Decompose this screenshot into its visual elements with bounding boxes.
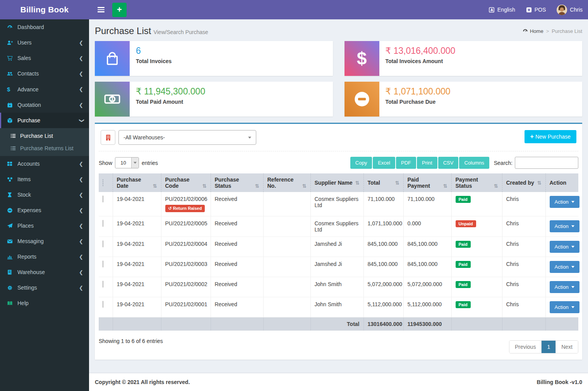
pdf-button[interactable]: PDF — [396, 157, 416, 169]
action-button[interactable]: Action — [550, 261, 579, 273]
sort-icon[interactable]: ⇅ — [202, 183, 207, 189]
card-label: Total Paid Amount — [136, 99, 205, 105]
sort-icon[interactable]: ⇅ — [355, 180, 360, 186]
sort-icon[interactable]: ⇅ — [255, 183, 259, 189]
cell-purchase-status: Received — [211, 192, 263, 216]
row-checkbox[interactable] — [103, 240, 103, 247]
sidebar-item-settings[interactable]: Settings❮ — [0, 280, 89, 295]
language-menu[interactable]: A English — [489, 7, 515, 13]
svg-text:1: 1 — [111, 96, 114, 102]
sidebar-item-stock[interactable]: Stock❮ — [0, 187, 89, 202]
table-footer-bar: Showing 1 to 6 of 6 entries Previous 1 N… — [99, 331, 578, 353]
page-1-button[interactable]: 1 — [541, 341, 555, 353]
previous-page-button[interactable]: Previous — [509, 341, 541, 353]
col-purchase-status[interactable]: Purchase Status⇅ — [211, 173, 263, 192]
col-purchase-date[interactable]: Purchase Date⇅ — [113, 173, 161, 192]
sidebar-item-expenses[interactable]: Expenses❮ — [0, 202, 89, 218]
sort-icon[interactable]: ⇅ — [302, 183, 307, 189]
cell-purchase-status: Received — [211, 257, 263, 277]
action-button[interactable]: Action — [550, 241, 579, 253]
cell-total: 5,072,000.000 — [363, 277, 403, 297]
col-created-by[interactable]: Created by⇅ — [502, 173, 545, 192]
warehouse-select[interactable]: -All Warehouses- — [118, 130, 256, 145]
row-checkbox[interactable] — [103, 301, 103, 308]
new-purchase-button[interactable]: +New Purchase — [525, 130, 576, 143]
sidebar-item-reports[interactable]: Reports❮ — [0, 249, 89, 264]
sidebar-item-warehouse[interactable]: Warehouse❮ — [0, 264, 89, 280]
cell-paid-payment: 71,100.000 — [403, 192, 451, 216]
username-label: Chris — [570, 7, 583, 13]
row-checkbox[interactable] — [103, 281, 103, 288]
sort-icon[interactable]: ⇅ — [395, 180, 399, 186]
col-reference-no[interactable]: Reference No.⇅ — [263, 173, 310, 192]
page-subtitle: View/Search Purchase — [153, 29, 208, 35]
table-row: 19-04-2021 PU/2021/02/0006 ↺ Return Rais… — [99, 192, 578, 216]
sidebar-item-messaging[interactable]: Messaging❮ — [0, 233, 89, 249]
cell-reference-no — [263, 192, 310, 216]
sort-icon[interactable]: ⇅ — [494, 183, 498, 189]
sidebar-item-advance[interactable]: $ Advance❮ — [0, 81, 89, 97]
row-checkbox[interactable] — [103, 261, 103, 268]
col-total[interactable]: Total⇅ — [363, 173, 403, 192]
sidebar-item-purchase-list[interactable]: Purchase List — [0, 130, 89, 142]
card-total-invoices: 6 Total Invoices — [95, 41, 333, 76]
select-all-checkbox[interactable] — [103, 179, 103, 186]
sidebar-toggle-icon[interactable] — [94, 0, 110, 19]
col-payment-status[interactable]: Payment Status⇅ — [451, 173, 502, 192]
excel-button[interactable]: Excel — [373, 157, 395, 169]
sidebar-item-dashboard[interactable]: Dashboard — [0, 19, 89, 35]
entries-label: entries — [142, 160, 158, 166]
action-button[interactable]: Action — [550, 281, 579, 293]
user-menu[interactable]: Chris — [557, 5, 583, 15]
csv-button[interactable]: CSV — [438, 157, 459, 169]
cell-purchase-code: PU/2021/02/0003 — [161, 257, 211, 277]
action-button[interactable]: Action — [550, 301, 579, 313]
sidebar-item-items[interactable]: Items❮ — [0, 171, 89, 187]
action-button[interactable]: Action — [550, 220, 579, 232]
cell-total: 5,112,000.000 — [363, 297, 403, 317]
table-row: 19-04-2021 PU/2021/02/0005 Received Cosm… — [99, 216, 578, 237]
sidebar-item-places[interactable]: Places❮ — [0, 218, 89, 233]
col-purchase-code[interactable]: Purchase Code⇅ — [161, 173, 211, 192]
col-paid-payment[interactable]: Paid Payment⇅ — [403, 173, 451, 192]
print-button[interactable]: Print — [417, 157, 437, 169]
sort-icon[interactable]: ⇅ — [537, 180, 542, 186]
card-value: ₹ 11,945,300.000 — [136, 86, 205, 97]
search-label: Search: — [494, 160, 513, 166]
sort-icon[interactable]: ⇅ — [153, 183, 157, 189]
cell-purchase-date: 19-04-2021 — [113, 257, 161, 277]
sidebar-item-accounts[interactable]: Accounts❮ — [0, 156, 89, 171]
row-checkbox[interactable] — [103, 220, 103, 227]
sidebar-item-help[interactable]: Help — [0, 295, 89, 311]
chevron-left-icon: ❮ — [79, 87, 83, 92]
sidebar-item-sales[interactable]: Sales❮ — [0, 50, 89, 66]
app-logo[interactable]: Billing Book — [0, 0, 89, 19]
copy-button[interactable]: Copy — [350, 157, 372, 169]
sidebar-item-users[interactable]: Users❮ — [0, 35, 89, 50]
card-value: ₹ 13,016,400.000 — [386, 46, 456, 56]
hourglass-icon — [7, 192, 17, 197]
cell-purchase-code: PU/2021/02/0004 — [161, 237, 211, 257]
action-button[interactable]: Action — [550, 196, 579, 208]
quick-add-button[interactable]: + — [112, 3, 127, 17]
next-page-button[interactable]: Next — [555, 341, 578, 353]
cell-paid-payment: 5,072,000.000 — [403, 277, 451, 297]
payment-status-badge: Paid — [456, 261, 471, 268]
col-supplier-name[interactable]: Supplier Name⇅ — [310, 173, 363, 192]
sidebar-item-purchase-returns-list[interactable]: Purchase Returns List — [0, 142, 89, 154]
list-icon — [10, 133, 20, 139]
sidebar-item-quotation[interactable]: Quotation❮ — [0, 97, 89, 113]
search-input[interactable] — [515, 157, 578, 169]
pos-menu[interactable]: POS — [526, 7, 546, 13]
sort-icon[interactable]: ⇅ — [443, 183, 447, 189]
columns-button[interactable]: Columns — [459, 157, 489, 169]
chevron-down-icon — [571, 225, 574, 227]
cell-reference-no — [263, 297, 310, 317]
shopping-bag-icon — [95, 41, 130, 76]
copyright-text: Copyright © 2021 All rights reserved. — [95, 379, 190, 385]
sidebar-item-contacts[interactable]: Contacts❮ — [0, 66, 89, 81]
row-checkbox[interactable] — [103, 196, 103, 202]
sidebar-item-purchase[interactable]: Purchase❮ — [0, 113, 89, 128]
page-length-select[interactable]: 10 — [115, 157, 139, 168]
breadcrumb-home-link[interactable]: Home — [523, 28, 543, 34]
